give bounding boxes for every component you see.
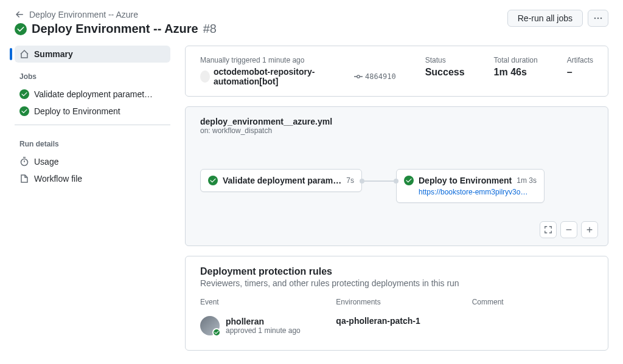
kebab-icon xyxy=(593,13,603,23)
home-icon xyxy=(19,49,29,59)
approved-time: approved 1 minute ago xyxy=(226,326,301,335)
commit-sha[interactable]: 4864910 xyxy=(354,72,396,81)
environment-name: qa-pholleran-patch-1 xyxy=(336,316,457,326)
approver-avatar xyxy=(200,316,220,335)
svg-point-2 xyxy=(600,18,602,19)
fullscreen-icon xyxy=(544,225,552,234)
plus-icon xyxy=(585,225,594,234)
breadcrumb[interactable]: Deploy Environment -- Azure xyxy=(15,10,217,19)
minus-icon xyxy=(565,225,573,234)
sidebar-usage-label: Usage xyxy=(34,157,58,167)
workflow-trigger: on: workflow_dispatch xyxy=(200,126,593,135)
protection-rules-card: Deployment protection rules Reviewers, t… xyxy=(185,256,608,351)
svg-point-1 xyxy=(597,18,599,19)
comment-column-header: Comment xyxy=(472,298,593,306)
actor-avatar xyxy=(200,70,210,83)
artifacts-label: Artifacts xyxy=(567,56,593,64)
duration-value: 1m 46s xyxy=(494,67,538,78)
sidebar-workflow-file[interactable]: Workflow file xyxy=(15,170,170,187)
job-duration: 7s xyxy=(346,176,354,185)
rerun-all-jobs-button[interactable]: Re-run all jobs xyxy=(507,10,583,27)
sidebar-workflow-file-label: Workflow file xyxy=(34,174,82,184)
stopwatch-icon xyxy=(19,157,29,167)
kebab-menu-button[interactable] xyxy=(588,10,608,27)
workflow-filename: deploy_environment__azure.yml xyxy=(200,117,593,126)
protection-rules-title: Deployment protection rules xyxy=(200,266,593,277)
svg-point-4 xyxy=(357,75,360,78)
check-circle-icon xyxy=(208,176,218,185)
job-name: Deploy to Environment xyxy=(419,176,512,185)
deployment-url[interactable]: https://bookstore-emm3pilryv3og.azur… xyxy=(404,188,532,196)
graph-connector xyxy=(362,176,396,186)
sidebar: Summary Jobs Validate deployment paramet… xyxy=(15,46,170,351)
svg-point-0 xyxy=(594,18,596,19)
actor-name[interactable]: octodemobot-repository-automation[bot] xyxy=(214,67,346,86)
check-circle-icon xyxy=(19,89,29,99)
sidebar-job-validate[interactable]: Validate deployment paramet… xyxy=(15,86,170,103)
sidebar-job-deploy[interactable]: Deploy to Environment xyxy=(15,103,170,120)
approver-name[interactable]: pholleran xyxy=(226,317,301,326)
sidebar-summary[interactable]: Summary xyxy=(15,46,170,63)
sidebar-job-label: Validate deployment paramet… xyxy=(34,89,153,99)
job-duration: 1m 3s xyxy=(517,176,537,185)
status-label: Status xyxy=(425,56,465,64)
check-circle-icon xyxy=(15,23,27,35)
zoom-in-button[interactable] xyxy=(581,221,598,238)
duration-label: Total duration xyxy=(494,56,538,64)
sidebar-usage[interactable]: Usage xyxy=(15,153,170,170)
protection-rules-subtitle: Reviewers, timers, and other rules prote… xyxy=(200,278,593,288)
arrow-left-icon xyxy=(15,10,24,19)
sidebar-details-header: Run details xyxy=(15,130,170,153)
check-circle-icon xyxy=(404,176,414,185)
commit-icon xyxy=(354,72,363,81)
event-column-header: Event xyxy=(200,298,321,306)
sidebar-job-label: Deploy to Environment xyxy=(34,106,120,116)
job-name: Validate deployment param… xyxy=(223,176,341,185)
trigger-label: Manually triggered 1 minute ago xyxy=(200,56,396,64)
fullscreen-button[interactable] xyxy=(540,221,557,238)
breadcrumb-text: Deploy Environment -- Azure xyxy=(29,10,138,19)
file-icon xyxy=(19,174,29,184)
job-node-validate[interactable]: Validate deployment param… 7s xyxy=(200,169,362,192)
workflow-graph-card: deploy_environment__azure.yml on: workfl… xyxy=(185,106,608,246)
artifacts-value: – xyxy=(567,67,593,78)
status-value: Success xyxy=(425,67,465,78)
check-circle-icon xyxy=(19,106,29,116)
run-summary-card: Manually triggered 1 minute ago octodemo… xyxy=(185,46,608,97)
page-title: Deploy Environment -- Azure xyxy=(32,22,198,36)
run-number: #8 xyxy=(203,22,217,36)
sidebar-jobs-header: Jobs xyxy=(15,63,170,86)
zoom-out-button[interactable] xyxy=(560,221,577,238)
environments-column-header: Environments xyxy=(336,298,457,306)
sidebar-summary-label: Summary xyxy=(34,49,73,59)
job-node-deploy[interactable]: Deploy to Environment 1m 3s https://book… xyxy=(396,169,545,203)
